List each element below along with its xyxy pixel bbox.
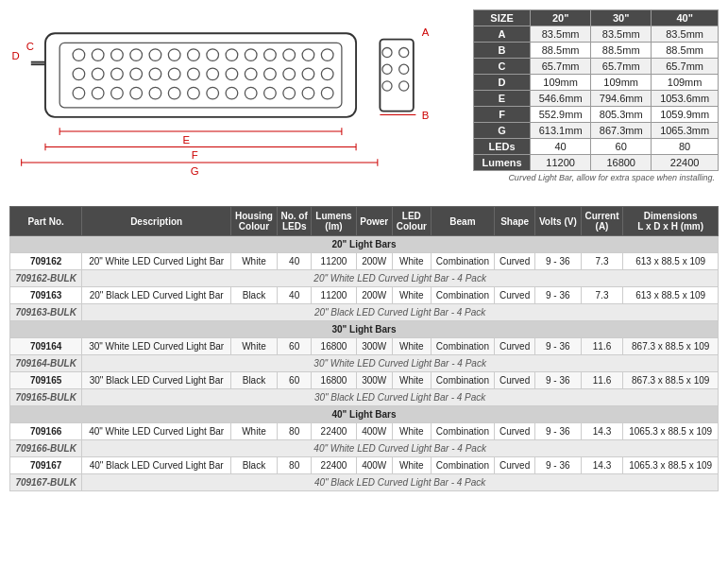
- svg-point-41: [283, 87, 296, 99]
- housing-colour: Black: [231, 457, 278, 474]
- product-desc: 40" Black LED Curved Light Bar: [82, 457, 231, 474]
- svg-point-15: [321, 49, 333, 61]
- svg-point-35: [168, 87, 180, 99]
- svg-point-10: [226, 49, 238, 61]
- housing-colour: White: [231, 338, 278, 355]
- spec-row: D 109mm 109mm 109mm: [474, 75, 719, 91]
- bulk-desc: 40" Black LED Curved Light Bar - 4 Pack: [82, 474, 719, 491]
- col-20: 20": [531, 10, 591, 26]
- bulk-desc: 20" Black LED Curved Light Bar - 4 Pack: [82, 304, 719, 321]
- led-colour: White: [392, 338, 431, 355]
- spec-v30: 88.5mm: [591, 43, 652, 59]
- th-desc: Description: [82, 207, 231, 236]
- top-section: A B D C E F G: [0, 0, 728, 201]
- bulk-desc: 30" Black LED Curved Light Bar - 4 Pack: [82, 389, 719, 406]
- beam: Combination: [431, 338, 495, 355]
- svg-point-52: [399, 81, 409, 91]
- product-row: 709166 40" White LED Curved Light Bar Wh…: [10, 423, 719, 440]
- svg-point-3: [92, 49, 104, 61]
- svg-point-49: [382, 64, 392, 74]
- product-desc: 30" Black LED Curved Light Bar: [82, 372, 231, 389]
- section-header-row: 40" Light Bars: [10, 406, 719, 423]
- svg-point-47: [382, 48, 392, 58]
- svg-point-38: [226, 87, 238, 99]
- led-colour: White: [392, 253, 431, 270]
- svg-text:G: G: [191, 165, 199, 177]
- th-led-colour: LEDColour: [392, 207, 431, 236]
- spec-row: A 83.5mm 83.5mm 83.5mm: [474, 26, 719, 43]
- product-row: 709165 30" Black LED Curved Light Bar Bl…: [10, 372, 719, 389]
- section-label: 40" Light Bars: [10, 406, 719, 423]
- svg-point-37: [207, 87, 219, 99]
- th-part: Part No.: [10, 207, 82, 236]
- svg-point-36: [188, 87, 200, 99]
- spec-v40: 65.7mm: [652, 59, 719, 75]
- specs-table-area: SIZE 20" 30" 40" A 83.5mm 83.5mm 83.5mm …: [473, 9, 719, 197]
- spec-v30: 83.5mm: [591, 26, 652, 43]
- diagram-area: A B D C E F G: [9, 9, 464, 197]
- num-leds: 40: [277, 287, 312, 304]
- spec-v20: 546.6mm: [531, 91, 591, 107]
- product-desc: 20" White LED Curved Light Bar: [82, 253, 231, 270]
- th-leds: No. ofLEDs: [277, 207, 312, 236]
- bulk-product-row: 709167-BULK 40" Black LED Curved Light B…: [10, 474, 719, 491]
- product-table: Part No. Description HousingColour No. o…: [9, 206, 719, 491]
- svg-point-32: [111, 87, 124, 99]
- num-leds: 60: [277, 338, 312, 355]
- dimensions: 867.3 x 88.5 x 109: [623, 372, 719, 389]
- dimensions: 1065.3 x 88.5 x 109: [623, 423, 719, 440]
- svg-point-48: [399, 48, 409, 58]
- spec-v20: 613.1mm: [531, 123, 591, 139]
- th-dims: DimensionsL x D x H (mm): [623, 207, 719, 236]
- led-colour: White: [392, 372, 431, 389]
- product-desc: 20" Black LED Curved Light Bar: [82, 287, 231, 304]
- spec-row: G 613.1mm 867.3mm 1065.3mm: [474, 123, 719, 139]
- volts: 9 - 36: [535, 338, 582, 355]
- svg-point-6: [149, 49, 161, 61]
- spec-label: B: [474, 43, 531, 59]
- th-power: Power: [356, 207, 392, 236]
- th-current: Current(A): [581, 207, 623, 236]
- spec-v30: 65.7mm: [591, 59, 652, 75]
- power: 400W: [356, 423, 392, 440]
- spec-label: G: [474, 123, 531, 139]
- lumens: 22400: [312, 457, 356, 474]
- svg-point-16: [73, 68, 85, 80]
- svg-text:F: F: [192, 149, 198, 161]
- svg-text:E: E: [183, 134, 191, 146]
- volts: 9 - 36: [535, 372, 582, 389]
- spec-v20: 83.5mm: [531, 26, 591, 43]
- svg-point-23: [207, 68, 219, 80]
- spec-v20: 88.5mm: [531, 43, 591, 59]
- spec-label: LEDs: [474, 139, 531, 155]
- num-leds: 80: [277, 457, 312, 474]
- svg-point-19: [130, 68, 143, 80]
- product-desc: 40" White LED Curved Light Bar: [82, 423, 231, 440]
- svg-point-39: [245, 87, 257, 99]
- beam: Combination: [431, 287, 495, 304]
- bulk-product-row: 709166-BULK 40" White LED Curved Light B…: [10, 440, 719, 457]
- svg-point-14: [302, 49, 314, 61]
- bulk-product-row: 709164-BULK 30" White LED Curved Light B…: [10, 355, 719, 372]
- power: 200W: [356, 287, 392, 304]
- part-number: 709164-BULK: [10, 355, 82, 372]
- beam: Combination: [431, 253, 495, 270]
- shape: Curved: [495, 287, 535, 304]
- lumens: 16800: [312, 338, 356, 355]
- section-header-row: 20" Light Bars: [10, 236, 719, 253]
- part-number: 709163: [10, 287, 82, 304]
- svg-point-13: [283, 49, 296, 61]
- shape: Curved: [495, 338, 535, 355]
- dimensions: 613 x 88.5 x 109: [623, 253, 719, 270]
- svg-point-40: [264, 87, 277, 99]
- housing-colour: Black: [231, 287, 278, 304]
- svg-point-7: [168, 49, 180, 61]
- svg-text:C: C: [26, 41, 34, 52]
- svg-text:B: B: [422, 110, 430, 121]
- power: 300W: [356, 338, 392, 355]
- bulk-product-row: 709163-BULK 20" Black LED Curved Light B…: [10, 304, 719, 321]
- svg-point-2: [73, 49, 85, 61]
- product-desc: 30" White LED Curved Light Bar: [82, 338, 231, 355]
- spec-row: LEDs 40 60 80: [474, 139, 719, 155]
- svg-text:A: A: [422, 26, 430, 38]
